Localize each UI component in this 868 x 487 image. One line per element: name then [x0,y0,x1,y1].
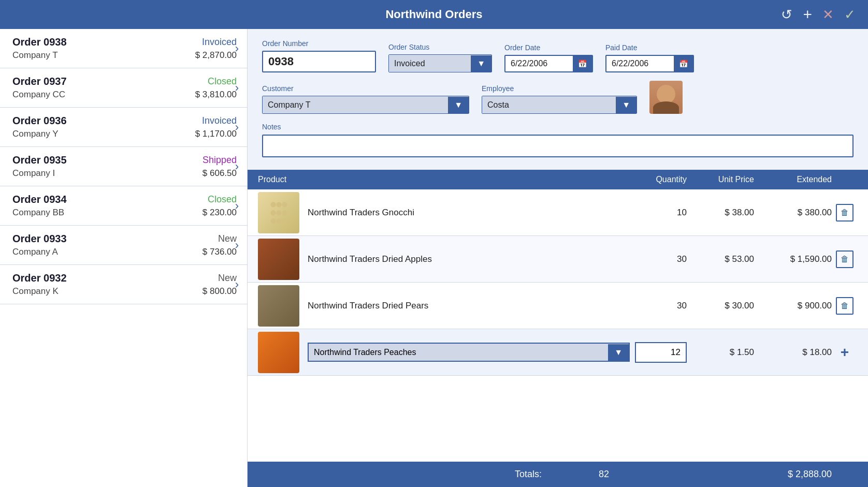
order-item-status: Invoiced [202,115,237,126]
product-extended: $ 900.00 [754,301,832,311]
order-item-status: New [218,273,237,284]
employee-photo [649,81,683,114]
form-section: Order Number Order Status New Invoiced S… [248,29,868,170]
col-del-header [832,175,858,184]
order-item-bottom: Company T $ 2,870.00 [12,50,237,61]
paid-date-calendar-btn[interactable]: 📅 [674,56,693,71]
order-item-company: Company I [12,168,55,179]
order-item-name: Order 0936 [12,115,67,127]
product-unit-price: $ 38.00 [687,208,754,218]
order-status-dropdown-btn[interactable]: ▼ [471,55,491,72]
product-name: Northwind Traders Dried Pears [308,301,428,311]
paid-date-input[interactable] [606,56,674,71]
order-item-bottom: Company BB $ 230.00 [12,208,237,218]
close-icon[interactable]: ✕ [822,7,834,23]
product-qty: 30 [630,301,687,311]
add-product-button[interactable]: + [841,344,849,361]
order-item-status: Invoiced [202,37,237,48]
order-item-0935[interactable]: Order 0935 Shipped Company I $ 606.50 › [0,147,247,186]
order-item-amount: $ 606.50 [202,168,237,179]
new-product-dropdown-btn[interactable]: ▼ [608,344,629,361]
employee-photo-art [649,81,683,114]
table-body: Northwind Traders Gnocchi 10 $ 38.00 $ 3… [248,189,868,462]
order-item-name: Order 0937 [12,76,67,87]
customer-row: Customer Company T Company CC Company Y … [262,81,853,114]
order-item-top: Order 0934 Closed [12,194,237,205]
order-item-name: Order 0934 [12,194,67,205]
product-col: Northwind Traders Dried Apples [258,239,630,280]
employee-dropdown-btn[interactable]: ▼ [616,97,636,113]
product-col: Northwind Traders Gnocchi [258,192,630,233]
order-item-amount: $ 1,170.00 [195,129,237,139]
order-item-top: Order 0933 New [12,233,237,245]
order-item-bottom: Company CC $ 3,810.00 [12,90,237,100]
order-status-select-wrapper: New Invoiced Shipped Closed ▼ [388,54,492,72]
order-number-input[interactable] [262,51,376,72]
header-actions: ↺ + ✕ ✓ [781,6,856,23]
order-item-amount: $ 2,870.00 [195,50,237,61]
order-item-company: Company BB [12,208,64,218]
order-item-company: Company Y [12,129,59,139]
employee-select[interactable]: Costa Other [482,96,616,113]
paid-date-wrapper: 📅 [605,55,694,72]
order-item-0934[interactable]: Order 0934 Closed Company BB $ 230.00 › [0,186,247,226]
order-item-company: Company A [12,247,58,257]
table-row: Northwind Traders Dried Pears 30 $ 30.00… [248,283,868,329]
order-date-group: Order Date 📅 [504,43,593,72]
product-name: Northwind Traders Gnocchi [308,208,414,218]
order-date-calendar-btn[interactable]: 📅 [573,56,592,71]
new-product-select[interactable]: Northwind Traders Peaches [309,344,608,361]
order-date-input[interactable] [505,56,573,71]
product-extended: $ 1,590.00 [754,254,832,264]
new-product-qty-input[interactable] [635,342,687,363]
order-item-status: New [218,233,237,244]
order-item-company: Company T [12,50,58,61]
table-row: Northwind Traders Dried Apples 30 $ 53.0… [248,236,868,283]
app-title: Northwind Orders [385,8,482,21]
order-item-0936[interactable]: Order 0936 Invoiced Company Y $ 1,170.00… [0,108,247,147]
order-item-0933[interactable]: Order 0933 New Company A $ 736.00 › [0,226,247,265]
order-item-amount: $ 736.00 [202,247,237,257]
product-qty: 10 [630,208,687,218]
product-thumb [258,192,299,233]
delete-product-button[interactable]: 🗑 [836,250,853,268]
new-product-extended: $ 18.00 [754,347,832,358]
order-item-name: Order 0935 [12,154,67,166]
col-quantity-header: Quantity [630,175,687,184]
delete-product-button[interactable]: 🗑 [836,204,853,222]
order-item-top: Order 0935 Shipped [12,154,237,166]
order-item-bottom: Company A $ 736.00 [12,247,237,257]
order-item-0932[interactable]: Order 0932 New Company K $ 800.00 › [0,265,247,304]
notes-input[interactable] [262,135,853,157]
chevron-right-icon: › [235,160,239,173]
order-number-group: Order Number [262,39,376,72]
product-qty: 30 [630,254,687,264]
check-icon[interactable]: ✓ [844,7,856,23]
order-item-0938[interactable]: Order 0938 Invoiced Company T $ 2,870.00… [0,29,247,68]
delete-col: 🗑 [832,250,858,268]
customer-label: Customer [262,84,469,93]
employee-label: Employee [482,84,637,93]
chevron-right-icon: › [235,42,239,55]
order-number-label: Order Number [262,39,376,48]
new-product-unit-price: $ 1.50 [687,347,754,358]
main-layout: Order 0938 Invoiced Company T $ 2,870.00… [0,29,868,487]
product-unit-price: $ 53.00 [687,254,754,264]
add-icon[interactable]: + [803,6,812,23]
new-product-thumb [258,332,299,373]
product-thumb [258,239,299,280]
order-item-0937[interactable]: Order 0937 Closed Company CC $ 3,810.00 … [0,68,247,108]
customer-dropdown-btn[interactable]: ▼ [448,97,469,113]
order-item-company: Company CC [12,90,65,100]
delete-product-button[interactable]: 🗑 [836,297,853,315]
employee-group: Employee Costa Other ▼ [482,84,637,114]
customer-select[interactable]: Company T Company CC Company Y Company I… [263,96,448,113]
chevron-right-icon: › [235,121,239,134]
paid-date-label: Paid Date [605,43,694,52]
product-unit-price: $ 30.00 [687,301,754,311]
order-status-select[interactable]: New Invoiced Shipped Closed [389,55,471,72]
order-item-top: Order 0932 New [12,272,237,284]
order-date-wrapper: 📅 [504,55,593,72]
order-item-bottom: Company K $ 800.00 [12,286,237,297]
refresh-icon[interactable]: ↺ [781,7,792,23]
